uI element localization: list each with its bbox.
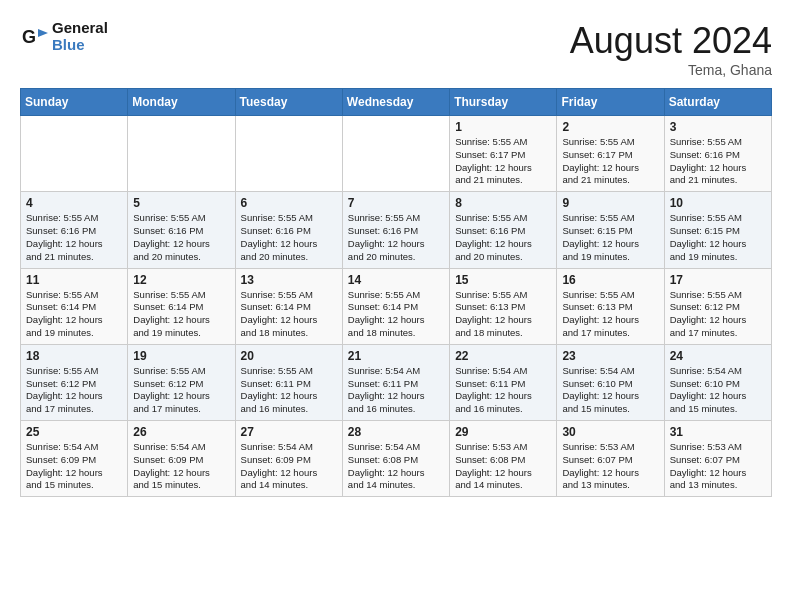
day-number: 28 [348,425,444,439]
day-info: Sunrise: 5:55 AM Sunset: 6:12 PM Dayligh… [133,365,229,416]
calendar-cell: 9Sunrise: 5:55 AM Sunset: 6:15 PM Daylig… [557,192,664,268]
calendar-cell: 6Sunrise: 5:55 AM Sunset: 6:16 PM Daylig… [235,192,342,268]
weekday-header: Tuesday [235,89,342,116]
day-number: 24 [670,349,766,363]
calendar-cell: 18Sunrise: 5:55 AM Sunset: 6:12 PM Dayli… [21,344,128,420]
day-info: Sunrise: 5:55 AM Sunset: 6:14 PM Dayligh… [26,289,122,340]
day-number: 2 [562,120,658,134]
calendar-cell: 28Sunrise: 5:54 AM Sunset: 6:08 PM Dayli… [342,421,449,497]
calendar-cell: 15Sunrise: 5:55 AM Sunset: 6:13 PM Dayli… [450,268,557,344]
day-info: Sunrise: 5:53 AM Sunset: 6:07 PM Dayligh… [670,441,766,492]
calendar-cell: 11Sunrise: 5:55 AM Sunset: 6:14 PM Dayli… [21,268,128,344]
calendar-cell: 21Sunrise: 5:54 AM Sunset: 6:11 PM Dayli… [342,344,449,420]
day-info: Sunrise: 5:54 AM Sunset: 6:09 PM Dayligh… [133,441,229,492]
svg-marker-1 [38,29,48,37]
day-number: 25 [26,425,122,439]
day-number: 7 [348,196,444,210]
calendar-cell: 17Sunrise: 5:55 AM Sunset: 6:12 PM Dayli… [664,268,771,344]
calendar-table: SundayMondayTuesdayWednesdayThursdayFrid… [20,88,772,497]
weekday-header: Friday [557,89,664,116]
page-header: G General Blue August 2024 Tema, Ghana [20,20,772,78]
day-info: Sunrise: 5:55 AM Sunset: 6:12 PM Dayligh… [26,365,122,416]
day-number: 29 [455,425,551,439]
calendar-cell [235,116,342,192]
calendar-cell: 10Sunrise: 5:55 AM Sunset: 6:15 PM Dayli… [664,192,771,268]
calendar-week-row: 4Sunrise: 5:55 AM Sunset: 6:16 PM Daylig… [21,192,772,268]
logo-text-line2: Blue [52,37,108,54]
weekday-header: Sunday [21,89,128,116]
day-number: 18 [26,349,122,363]
day-info: Sunrise: 5:55 AM Sunset: 6:17 PM Dayligh… [562,136,658,187]
calendar-cell: 5Sunrise: 5:55 AM Sunset: 6:16 PM Daylig… [128,192,235,268]
day-number: 14 [348,273,444,287]
day-info: Sunrise: 5:55 AM Sunset: 6:15 PM Dayligh… [670,212,766,263]
day-info: Sunrise: 5:53 AM Sunset: 6:07 PM Dayligh… [562,441,658,492]
weekday-header: Thursday [450,89,557,116]
day-number: 12 [133,273,229,287]
title-section: August 2024 Tema, Ghana [570,20,772,78]
day-number: 16 [562,273,658,287]
logo-icon: G [20,23,48,51]
day-info: Sunrise: 5:55 AM Sunset: 6:14 PM Dayligh… [241,289,337,340]
day-number: 1 [455,120,551,134]
day-info: Sunrise: 5:55 AM Sunset: 6:13 PM Dayligh… [562,289,658,340]
calendar-cell: 26Sunrise: 5:54 AM Sunset: 6:09 PM Dayli… [128,421,235,497]
calendar-cell: 27Sunrise: 5:54 AM Sunset: 6:09 PM Dayli… [235,421,342,497]
day-info: Sunrise: 5:55 AM Sunset: 6:16 PM Dayligh… [26,212,122,263]
calendar-cell: 3Sunrise: 5:55 AM Sunset: 6:16 PM Daylig… [664,116,771,192]
day-number: 20 [241,349,337,363]
calendar-cell: 20Sunrise: 5:55 AM Sunset: 6:11 PM Dayli… [235,344,342,420]
day-info: Sunrise: 5:55 AM Sunset: 6:16 PM Dayligh… [348,212,444,263]
day-info: Sunrise: 5:55 AM Sunset: 6:16 PM Dayligh… [241,212,337,263]
weekday-header-row: SundayMondayTuesdayWednesdayThursdayFrid… [21,89,772,116]
calendar-cell: 13Sunrise: 5:55 AM Sunset: 6:14 PM Dayli… [235,268,342,344]
day-number: 11 [26,273,122,287]
calendar-cell: 12Sunrise: 5:55 AM Sunset: 6:14 PM Dayli… [128,268,235,344]
day-number: 9 [562,196,658,210]
calendar-cell: 31Sunrise: 5:53 AM Sunset: 6:07 PM Dayli… [664,421,771,497]
day-info: Sunrise: 5:54 AM Sunset: 6:10 PM Dayligh… [562,365,658,416]
day-info: Sunrise: 5:55 AM Sunset: 6:16 PM Dayligh… [455,212,551,263]
weekday-header: Monday [128,89,235,116]
calendar-week-row: 1Sunrise: 5:55 AM Sunset: 6:17 PM Daylig… [21,116,772,192]
day-info: Sunrise: 5:55 AM Sunset: 6:13 PM Dayligh… [455,289,551,340]
day-info: Sunrise: 5:54 AM Sunset: 6:10 PM Dayligh… [670,365,766,416]
calendar-cell: 8Sunrise: 5:55 AM Sunset: 6:16 PM Daylig… [450,192,557,268]
calendar-cell: 30Sunrise: 5:53 AM Sunset: 6:07 PM Dayli… [557,421,664,497]
day-info: Sunrise: 5:54 AM Sunset: 6:09 PM Dayligh… [241,441,337,492]
day-number: 3 [670,120,766,134]
calendar-cell [21,116,128,192]
calendar-cell: 2Sunrise: 5:55 AM Sunset: 6:17 PM Daylig… [557,116,664,192]
day-number: 23 [562,349,658,363]
day-info: Sunrise: 5:54 AM Sunset: 6:11 PM Dayligh… [455,365,551,416]
calendar-cell: 16Sunrise: 5:55 AM Sunset: 6:13 PM Dayli… [557,268,664,344]
day-number: 22 [455,349,551,363]
calendar-week-row: 25Sunrise: 5:54 AM Sunset: 6:09 PM Dayli… [21,421,772,497]
day-number: 8 [455,196,551,210]
calendar-cell: 1Sunrise: 5:55 AM Sunset: 6:17 PM Daylig… [450,116,557,192]
day-number: 5 [133,196,229,210]
day-number: 30 [562,425,658,439]
calendar-cell: 4Sunrise: 5:55 AM Sunset: 6:16 PM Daylig… [21,192,128,268]
calendar-cell [342,116,449,192]
logo-text-line1: General [52,20,108,37]
day-info: Sunrise: 5:55 AM Sunset: 6:17 PM Dayligh… [455,136,551,187]
day-number: 31 [670,425,766,439]
weekday-header: Saturday [664,89,771,116]
day-number: 19 [133,349,229,363]
calendar-cell: 22Sunrise: 5:54 AM Sunset: 6:11 PM Dayli… [450,344,557,420]
day-info: Sunrise: 5:55 AM Sunset: 6:12 PM Dayligh… [670,289,766,340]
day-info: Sunrise: 5:53 AM Sunset: 6:08 PM Dayligh… [455,441,551,492]
day-info: Sunrise: 5:55 AM Sunset: 6:14 PM Dayligh… [133,289,229,340]
day-number: 27 [241,425,337,439]
calendar-cell [128,116,235,192]
day-info: Sunrise: 5:54 AM Sunset: 6:08 PM Dayligh… [348,441,444,492]
svg-text:G: G [22,27,36,47]
calendar-cell: 19Sunrise: 5:55 AM Sunset: 6:12 PM Dayli… [128,344,235,420]
day-number: 13 [241,273,337,287]
weekday-header: Wednesday [342,89,449,116]
calendar-cell: 23Sunrise: 5:54 AM Sunset: 6:10 PM Dayli… [557,344,664,420]
day-info: Sunrise: 5:55 AM Sunset: 6:16 PM Dayligh… [133,212,229,263]
day-info: Sunrise: 5:55 AM Sunset: 6:15 PM Dayligh… [562,212,658,263]
calendar-cell: 24Sunrise: 5:54 AM Sunset: 6:10 PM Dayli… [664,344,771,420]
